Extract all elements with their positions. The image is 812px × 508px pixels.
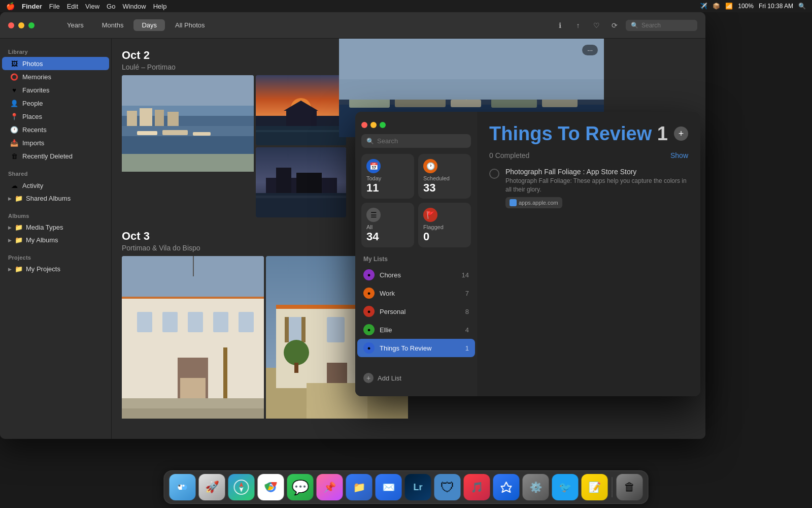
rotate-icon[interactable]: ⟳ — [607, 18, 622, 33]
sidebar-item-photos[interactable]: 🖼 Photos — [2, 57, 109, 70]
photo-portimao-harbor — [122, 75, 254, 172]
nav-months[interactable]: Months — [94, 19, 132, 31]
rem-minimize-button[interactable] — [370, 122, 377, 128]
menu-go[interactable]: Go — [107, 3, 115, 10]
menu-search-icon[interactable]: 🔍 — [798, 3, 806, 10]
menu-view[interactable]: View — [85, 3, 99, 10]
search-magnifier-icon: 🔍 — [631, 22, 638, 29]
list-item-chores[interactable]: ● Chores 14 — [357, 266, 475, 284]
add-list-button[interactable]: + Add List — [355, 368, 477, 388]
dock-system-prefs[interactable]: ⚙️ — [523, 474, 549, 500]
show-completed-button[interactable]: Show — [670, 151, 688, 160]
photos-search-input[interactable] — [641, 22, 692, 29]
sidebar-item-places[interactable]: 📍 Places — [2, 110, 109, 123]
reminders-left-panel: 🔍 📅 Today 11 🕐 Scheduled 33 ☰ All 34 🚩 — [355, 112, 477, 396]
reminders-search-input[interactable] — [377, 137, 466, 145]
sidebar-media-types[interactable]: ▶ 📁 Media Types — [0, 221, 111, 234]
my-lists-title: My Lists — [355, 253, 477, 266]
sidebar-item-favorites[interactable]: ♥ Favorites — [2, 83, 109, 97]
nav-all-photos[interactable]: All Photos — [167, 19, 213, 31]
photo-thumb-portimao-2[interactable] — [256, 75, 346, 145]
dock-trash[interactable]: 🗑 — [617, 474, 643, 500]
sidebar-my-projects[interactable]: ▶ 📁 My Projects — [0, 263, 111, 275]
photo-thumb-group — [256, 75, 346, 217]
sidebar-item-activity[interactable]: ☁ Activity — [2, 179, 109, 192]
reminders-search-box[interactable]: 🔍 — [361, 134, 471, 148]
menu-time: Fri 10:38 AM — [759, 3, 793, 10]
list-item-ellie[interactable]: ● Ellie 4 — [357, 321, 475, 339]
all-icon: ☰ — [366, 208, 381, 222]
dock-notes[interactable]: 📝 — [582, 474, 608, 500]
photo-thumb-portimao-1[interactable] — [122, 75, 254, 217]
smart-list-today[interactable]: 📅 Today 11 — [361, 154, 414, 199]
sidebar-item-imports[interactable]: 📥 Imports — [2, 136, 109, 149]
task-item-fall-foliage: Photograph Fall Foliage : App Store Stor… — [489, 168, 688, 208]
dock-lightroom[interactable]: Lr — [405, 474, 431, 500]
dock-safari[interactable] — [228, 474, 255, 500]
sidebar-item-recently-deleted[interactable]: 🗑 Recently Deleted — [2, 149, 109, 163]
dock-twitter[interactable]: 🐦 — [552, 474, 579, 500]
dock-pinwheel[interactable]: 📌 — [317, 474, 343, 500]
nav-years[interactable]: Years — [59, 19, 92, 31]
today-icon: 📅 — [366, 159, 381, 173]
photo-thumb-portimao-3[interactable] — [256, 147, 346, 217]
all-label: All — [366, 224, 409, 230]
list-item-work[interactable]: ● Work 7 — [357, 284, 475, 302]
media-types-label: Media Types — [26, 224, 63, 231]
sidebar-item-memories[interactable]: ⭕ Memories — [2, 70, 109, 83]
menu-file[interactable]: File — [49, 3, 60, 10]
scheduled-icon: 🕐 — [423, 159, 437, 173]
info-icon[interactable]: ℹ — [553, 18, 567, 33]
list-item-personal[interactable]: ● Personal 8 — [357, 302, 475, 321]
smart-list-scheduled[interactable]: 🕐 Scheduled 33 — [418, 154, 471, 199]
window-close-button[interactable] — [8, 22, 14, 28]
heart-icon[interactable]: ♡ — [589, 18, 603, 33]
task-link-badge[interactable]: apps.apple.com — [505, 197, 562, 208]
shared-albums-icon: 📁 — [15, 195, 23, 202]
smart-list-flagged[interactable]: 🚩 Flagged 0 — [418, 203, 471, 247]
svg-rect-50 — [285, 317, 289, 342]
menu-help[interactable]: Help — [153, 3, 167, 10]
menu-window[interactable]: Window — [122, 3, 146, 10]
svg-rect-62 — [349, 99, 390, 108]
sidebar-shared-albums[interactable]: ▶ 📁 Shared Albums — [0, 192, 111, 205]
list-item-things-to-review[interactable]: ● Things To Review 1 — [357, 339, 475, 357]
dock-launchpad[interactable]: 🚀 — [199, 474, 225, 500]
add-reminder-button[interactable]: + — [674, 126, 688, 141]
completed-row: 0 Completed Show — [489, 151, 688, 160]
menu-finder[interactable]: Finder — [22, 3, 42, 10]
window-minimize-button[interactable] — [18, 22, 24, 28]
photos-search-box[interactable]: 🔍 — [626, 20, 697, 31]
share-icon[interactable]: ↑ — [571, 18, 585, 33]
chores-count: 14 — [462, 271, 469, 279]
window-maximize-button[interactable] — [28, 22, 35, 28]
svg-rect-39 — [223, 347, 227, 398]
photo-thumb-vila-1[interactable] — [122, 256, 264, 421]
big-photo-more-button[interactable]: ··· — [582, 45, 598, 55]
dock: 🚀 💬 📌 📁 ✉️ Lr 🛡 🎵 ⚙️ 🐦 📝 � — [164, 470, 649, 504]
dock-files[interactable]: 📁 — [346, 474, 373, 500]
sidebar-item-people[interactable]: 👤 People — [2, 97, 109, 110]
dock-mail[interactable]: ✉️ — [376, 474, 402, 500]
reminders-right-header: Things To Review 1 + — [489, 124, 688, 143]
rem-close-button[interactable] — [361, 122, 367, 128]
menu-edit[interactable]: Edit — [67, 3, 78, 10]
nav-days[interactable]: Days — [133, 19, 165, 31]
dock-finder[interactable] — [170, 474, 196, 500]
things-count: 1 — [657, 124, 668, 143]
my-albums-arrow-icon: ▶ — [8, 238, 12, 243]
sidebar-my-albums[interactable]: ▶ 📁 My Albums — [0, 234, 111, 246]
dock-music[interactable]: 🎵 — [464, 474, 490, 500]
rem-maximize-button[interactable] — [380, 122, 386, 128]
dock-messages[interactable]: 💬 — [287, 474, 314, 500]
svg-marker-84 — [240, 482, 244, 487]
dock-appstore[interactable] — [493, 474, 520, 500]
dock-nordvpn[interactable]: 🛡 — [434, 474, 461, 500]
sidebar-imports-label: Imports — [22, 139, 44, 147]
sidebar-item-recents[interactable]: 🕐 Recents — [2, 123, 109, 136]
apple-menu[interactable]: 🍎 — [6, 2, 15, 10]
task-checkbox[interactable] — [489, 169, 499, 179]
photo-portimao-sunset — [256, 75, 346, 145]
smart-list-all[interactable]: ☰ All 34 — [361, 203, 414, 247]
dock-chrome[interactable] — [258, 474, 284, 500]
